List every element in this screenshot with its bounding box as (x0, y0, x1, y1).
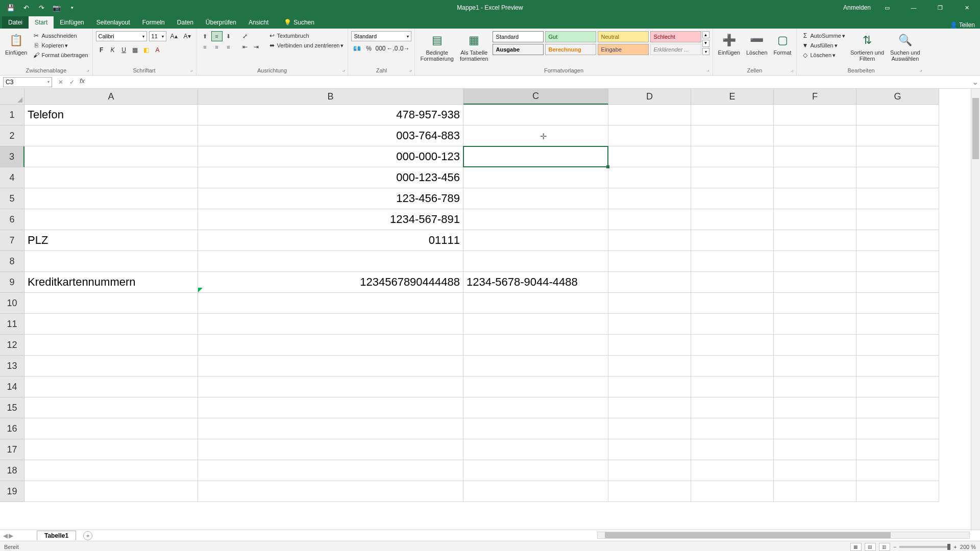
cell-F12[interactable] (774, 335, 856, 356)
cell-C1[interactable] (463, 105, 608, 126)
cell-F2[interactable] (774, 126, 856, 146)
cell-E9[interactable] (691, 272, 774, 293)
cell-D17[interactable] (608, 439, 691, 460)
cell-G5[interactable] (856, 188, 939, 209)
row-header-18[interactable]: 18 (0, 460, 24, 481)
row-header-17[interactable]: 17 (0, 439, 24, 460)
cell-C11[interactable] (463, 314, 608, 335)
cell-G13[interactable] (856, 356, 939, 377)
copy-button[interactable]: ⎘Kopieren ▾ (31, 41, 89, 50)
cell-B13[interactable] (198, 356, 463, 377)
cell-A2[interactable] (24, 126, 198, 146)
cell-A12[interactable] (24, 335, 198, 356)
normal-view-button[interactable]: ▦ (850, 543, 862, 551)
cell-B4[interactable]: 000-123-456 (198, 167, 463, 188)
cell-A19[interactable] (24, 481, 198, 502)
cell-D8[interactable] (608, 251, 691, 272)
increase-font-button[interactable]: A▴ (168, 31, 180, 41)
conditional-formatting-button[interactable]: ▤ Bedingte Formatierung (418, 31, 455, 63)
formula-input[interactable] (88, 77, 970, 87)
percent-format-button[interactable]: % (363, 43, 374, 54)
tab-review[interactable]: Überprüfen (200, 16, 242, 29)
select-all-button[interactable] (0, 89, 24, 105)
cell-F10[interactable] (774, 293, 856, 314)
row-header-3[interactable]: 3 (0, 146, 24, 167)
thousands-format-button[interactable]: 000 (375, 43, 386, 54)
cell-A13[interactable] (24, 356, 198, 377)
cell-B14[interactable] (198, 377, 463, 397)
search-box[interactable]: 💡Suchen (280, 16, 318, 29)
column-header-F[interactable]: F (774, 89, 856, 105)
cell-C17[interactable] (463, 439, 608, 460)
tab-file[interactable]: Datei (2, 16, 29, 29)
cell-C10[interactable] (463, 293, 608, 314)
align-top-button[interactable]: ⬆ (200, 31, 211, 41)
error-indicator[interactable] (198, 288, 203, 292)
column-header-E[interactable]: E (691, 89, 774, 105)
style-gallery-expand[interactable]: ▾ (702, 48, 709, 55)
align-right-button[interactable]: ≡ (223, 42, 234, 52)
vertical-scrollbar-thumb[interactable] (972, 98, 979, 159)
sort-filter-button[interactable]: ⇅Sortieren und Filtern (848, 31, 886, 63)
paste-button[interactable]: 📋 Einfügen (3, 31, 29, 57)
cell-D7[interactable] (608, 230, 691, 251)
cell-C3[interactable] (463, 146, 608, 167)
wrap-text-button[interactable]: ↩Textumbruch (267, 31, 345, 40)
cell-C4[interactable] (463, 167, 608, 188)
cell-D19[interactable] (608, 481, 691, 502)
cell-F13[interactable] (774, 356, 856, 377)
cell-E8[interactable] (691, 251, 774, 272)
redo-button[interactable]: ↷ (36, 2, 47, 13)
column-header-G[interactable]: G (856, 89, 939, 105)
cell-E6[interactable] (691, 209, 774, 230)
increase-decimal-button[interactable]: ←.0 (386, 43, 398, 54)
align-middle-button[interactable]: ≡ (211, 31, 223, 41)
cell-B6[interactable]: 1234-567-891 (198, 209, 463, 230)
cell-E14[interactable] (691, 377, 774, 397)
accounting-format-button[interactable]: 💶 (351, 43, 362, 54)
cell-G8[interactable] (856, 251, 939, 272)
cell-F18[interactable] (774, 460, 856, 481)
cell-C2[interactable] (463, 126, 608, 146)
cell-D12[interactable] (608, 335, 691, 356)
tab-formulas[interactable]: Formeln (136, 16, 171, 29)
horizontal-scrollbar[interactable] (597, 532, 970, 539)
row-header-16[interactable]: 16 (0, 418, 24, 439)
increase-indent-button[interactable]: ⇥ (251, 42, 262, 52)
insert-cells-button[interactable]: ➕Einfügen (716, 31, 742, 57)
cell-B18[interactable] (198, 460, 463, 481)
format-as-table-button[interactable]: ▦ Als Tabelle formatieren (458, 31, 491, 63)
decrease-font-button[interactable]: A▾ (182, 31, 193, 41)
align-left-button[interactable]: ≡ (200, 42, 211, 52)
format-painter-button[interactable]: 🖌Format übertragen (31, 51, 89, 60)
autosum-button[interactable]: ΣAutoSumme ▾ (800, 31, 846, 40)
cell-G1[interactable] (856, 105, 939, 126)
zoom-level[interactable]: 200 % (960, 544, 976, 550)
zoom-in-button[interactable]: + (953, 544, 957, 550)
font-name-select[interactable]: Calibri▾ (96, 31, 147, 41)
sheet-tab[interactable]: Tabelle1 (37, 531, 76, 540)
column-header-D[interactable]: D (608, 89, 691, 105)
column-header-A[interactable]: A (24, 89, 198, 105)
cell-E15[interactable] (691, 397, 774, 418)
qat-customize[interactable]: ▾ (66, 2, 78, 13)
cell-A5[interactable] (24, 188, 198, 209)
cell-B17[interactable] (198, 439, 463, 460)
cell-G9[interactable] (856, 272, 939, 293)
cell-G10[interactable] (856, 293, 939, 314)
cut-button[interactable]: ✂Ausschneiden (31, 31, 89, 40)
row-header-12[interactable]: 12 (0, 335, 24, 356)
cell-F5[interactable] (774, 188, 856, 209)
cell-C7[interactable] (463, 230, 608, 251)
cell-C9[interactable]: 1234-5678-9044-4488 (463, 272, 608, 293)
tab-pagelayout[interactable]: Seitenlayout (90, 16, 136, 29)
pagelayout-view-button[interactable]: ▤ (865, 543, 876, 551)
cell-style-standard[interactable]: Standard (493, 31, 544, 42)
cell-style-ausgabe[interactable]: Ausgabe (493, 44, 544, 55)
column-header-B[interactable]: B (198, 89, 463, 105)
cell-E19[interactable] (691, 481, 774, 502)
cell-A14[interactable] (24, 377, 198, 397)
fill-color-button[interactable]: ◧ (141, 45, 152, 55)
cell-F3[interactable] (774, 146, 856, 167)
cell-style-gut[interactable]: Gut (545, 31, 596, 42)
